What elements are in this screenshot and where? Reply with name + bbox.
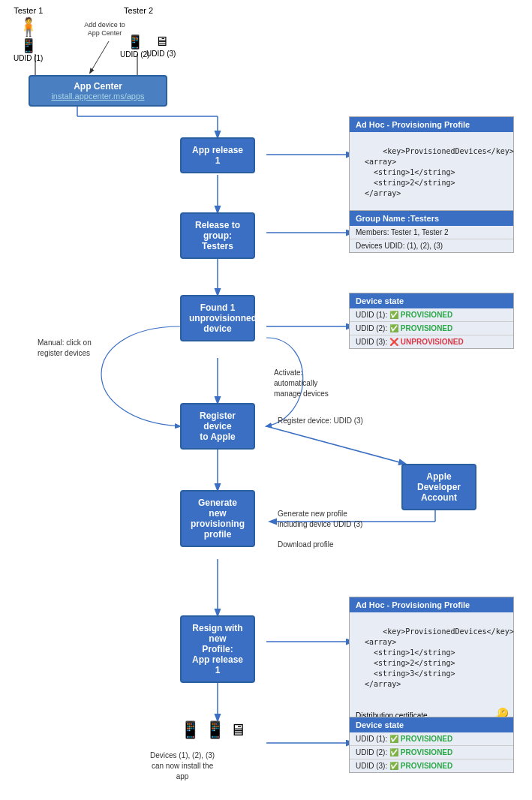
group-panel: Group Name :Testers Members: Tester 1, T… — [349, 210, 514, 253]
manual-note: Manual: click on register devices — [38, 338, 92, 359]
download-note: Download profile — [278, 540, 334, 549]
release-group-box: Release to group: Testers — [180, 212, 255, 259]
diagram-container: Tester 1 🧍 📱 UDID (1) Tester 2 Add devic… — [0, 0, 532, 800]
udid1-status1: ✅ PROVISIONED — [389, 311, 452, 319]
device-state1-udid1: UDID (1): ✅ PROVISIONED — [350, 308, 513, 322]
bottom-devices: 📱 📱 🖥 — [180, 720, 246, 740]
app-center-link[interactable]: install.appcenter.ms/apps — [39, 92, 157, 101]
udid3-status1: ❌ UNPROVISIONED — [389, 338, 464, 346]
app-release-label: App release 1 — [192, 145, 243, 166]
device-state1-udid2: UDID (2): ✅ PROVISIONED — [350, 322, 513, 335]
device-state2-udid3: UDID (3): ✅ PROVISIONED — [350, 759, 513, 772]
tester2-label: Tester 2 — [124, 6, 153, 15]
device-state2-header: Device state — [350, 717, 513, 732]
tester1-label: Tester 1 — [14, 6, 43, 15]
prov-panel1-code: <key>ProvisionedDevices</key> <array> <s… — [350, 132, 513, 213]
udid2-status2: ✅ PROVISIONED — [389, 748, 452, 756]
add-device-note: Add device to App Center — [84, 21, 125, 38]
tester1-phone-icon: 📱 — [20, 38, 37, 54]
device-state-panel-2: Device state UDID (1): ✅ PROVISIONED UDI… — [349, 717, 514, 773]
register-device-note: Register device: UDID (3) — [278, 417, 363, 425]
resign-label: Resign with new Profile: App release 1 — [192, 623, 243, 675]
group-devices: Devices UDID: (1), (2), (3) — [350, 239, 513, 252]
found-device-box: Found 1 unprovisionned device — [180, 295, 255, 341]
generate-note: Generate new profile including device UD… — [278, 509, 362, 530]
prov-panel2-code: <key>ProvisionedDevices</key> <array> <s… — [350, 612, 513, 704]
release-group-label: Release to group: Testers — [195, 220, 240, 251]
svg-line-2 — [90, 41, 109, 73]
tester2-phone-icon: 📱 — [127, 34, 143, 50]
tester2-phone: 📱 UDID (2) — [120, 34, 149, 59]
group-members: Members: Tester 1, Tester 2 — [350, 226, 513, 239]
app-center-box[interactable]: App Center install.appcenter.ms/apps — [14, 71, 152, 114]
device-state2-udid1: UDID (1): ✅ PROVISIONED — [350, 732, 513, 746]
tablet-icon-bottom: 🖥 — [230, 720, 246, 740]
register-device-label: Register device to Apple — [200, 411, 236, 442]
activate-note: Activate: automatically manage devices — [274, 368, 329, 399]
tester1-udid: UDID (1) — [14, 54, 43, 62]
tester2-tablet-icon: 🖥 — [155, 34, 168, 50]
tester1-group: Tester 1 🧍 📱 UDID (1) — [14, 6, 43, 62]
device-state1-header: Device state — [350, 293, 513, 308]
udid3-status2: ✅ PROVISIONED — [389, 762, 452, 770]
device-state-panel-1: Device state UDID (1): ✅ PROVISIONED UDI… — [349, 293, 514, 349]
phone-icon-1: 📱 — [180, 720, 200, 740]
tester2-udid2: UDID (2) — [120, 50, 149, 59]
apple-dev-box: Apple Developer Account — [401, 464, 476, 510]
device-state1-udid3: UDID (3): ❌ UNPROVISIONED — [350, 335, 513, 348]
phone-icon-2: 📱 — [205, 720, 225, 740]
app-center-title: App Center — [39, 81, 157, 92]
group-panel-header: Group Name :Testers — [350, 211, 513, 226]
app-release-box: App release 1 — [180, 137, 255, 173]
bottom-label: Devices (1), (2), (3) can now install th… — [150, 750, 215, 782]
tester2-udid3: UDID (3) — [146, 50, 176, 58]
prov-panel1-header: Ad Hoc - Provisioning Profile — [350, 117, 513, 132]
generate-profile-label: Generate new provisioning profile — [191, 498, 245, 540]
tester2-tablet: 🖥 UDID (3) — [146, 34, 176, 58]
apple-dev-label: Apple Developer Account — [417, 471, 461, 503]
provisioning-panel-2: Ad Hoc - Provisioning Profile <key>Provi… — [349, 597, 514, 727]
prov-panel2-header: Ad Hoc - Provisioning Profile — [350, 597, 513, 612]
register-device-box: Register device to Apple — [180, 403, 255, 450]
resign-box: Resign with new Profile: App release 1 — [180, 615, 255, 683]
device-state2-udid2: UDID (2): ✅ PROVISIONED — [350, 746, 513, 759]
generate-profile-box: Generate new provisioning profile — [180, 490, 255, 547]
svg-line-12 — [266, 426, 405, 464]
tester1-person-icon: 🧍 — [17, 17, 40, 38]
udid1-status2: ✅ PROVISIONED — [389, 735, 452, 743]
udid2-status1: ✅ PROVISIONED — [389, 324, 452, 332]
found-device-label: Found 1 unprovisionned device — [189, 302, 257, 334]
